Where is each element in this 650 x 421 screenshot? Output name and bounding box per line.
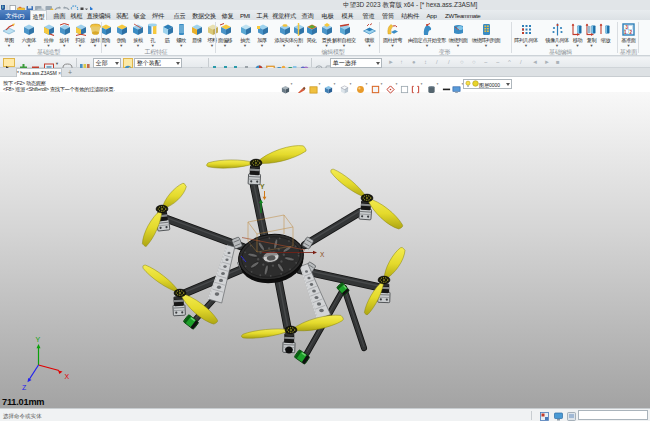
svg-text:Z: Z	[22, 384, 27, 391]
svg-text:X: X	[320, 251, 325, 258]
svg-text:Y: Y	[36, 336, 41, 343]
svg-text:Y: Y	[260, 183, 265, 190]
svg-text:X: X	[65, 373, 70, 380]
